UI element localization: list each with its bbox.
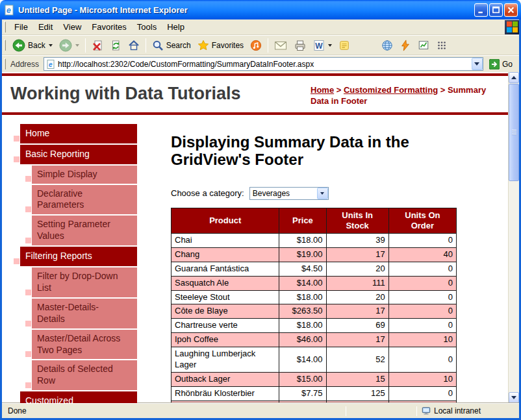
- breadcrumb-customized-formatting[interactable]: Customized Formatting: [344, 85, 438, 95]
- addon-globe-button[interactable]: [378, 38, 396, 53]
- sidebar-item-simple-display[interactable]: Simple Display: [32, 166, 137, 184]
- table-row: Guaraná Fantástica$4.50200: [172, 262, 457, 276]
- menu-favorites[interactable]: Favorites: [86, 20, 131, 34]
- cell-value: 111: [326, 276, 388, 290]
- cell-value: $263.50: [279, 304, 326, 319]
- close-icon: [507, 6, 515, 14]
- sidebar-item-customized-formatting[interactable]: Customized Formatting: [20, 391, 137, 403]
- addon-chart-button[interactable]: [414, 38, 433, 53]
- favorites-button[interactable]: Favorites: [194, 38, 247, 53]
- address-input[interactable]: e http://localhost:2302/Code/CustomForma…: [44, 57, 483, 71]
- minimize-icon: [477, 6, 485, 14]
- cell-product: Steeleye Stout: [172, 290, 279, 304]
- sidebar-item-details-of-selected-row[interactable]: Details of Selected Row: [32, 360, 137, 390]
- forward-icon: [59, 39, 72, 52]
- cell-value: 17: [326, 247, 388, 262]
- menubar-grip[interactable]: [4, 21, 6, 32]
- column-header-product: Product: [172, 208, 279, 234]
- table-row: Ipoh Coffee$46.001710: [172, 333, 457, 347]
- edit-button[interactable]: W: [310, 38, 335, 53]
- maximize-button[interactable]: [489, 3, 503, 17]
- back-dropdown-arrow: [49, 44, 53, 47]
- category-selected-value: Beverages: [253, 189, 317, 198]
- menu-view[interactable]: View: [58, 20, 86, 34]
- scroll-up-button[interactable]: [509, 72, 519, 83]
- favorites-star-icon: [197, 40, 209, 51]
- title-bar[interactable]: e Untitled Page - Microsoft Internet Exp…: [0, 0, 521, 19]
- menu-help[interactable]: Help: [162, 20, 190, 34]
- breadcrumb-home[interactable]: Home: [311, 85, 334, 95]
- back-button[interactable]: Back: [9, 38, 56, 53]
- sidebar-item-declarative-parameters[interactable]: Declarative Parameters: [32, 185, 137, 215]
- menu-file[interactable]: File: [9, 20, 33, 34]
- sidebar-item-home[interactable]: Home: [20, 124, 137, 143]
- table-row: Rhönbräu Klosterbier$7.751250: [172, 386, 457, 401]
- media-button[interactable]: [247, 38, 265, 53]
- category-label: Choose a category:: [171, 188, 244, 198]
- windows-logo-throbber: [505, 20, 519, 34]
- cell-value: 17: [326, 304, 388, 319]
- cell-product: Sasquatch Ale: [172, 276, 279, 290]
- mail-button[interactable]: [271, 38, 290, 53]
- cell-value: $46.00: [279, 333, 326, 347]
- site-title: Working with Data Tutorials: [10, 84, 241, 107]
- discuss-button[interactable]: [335, 38, 353, 53]
- forward-button[interactable]: [56, 38, 83, 53]
- addon-grid-button[interactable]: [433, 38, 451, 53]
- sidebar-item-basic-reporting[interactable]: Basic Reporting: [20, 145, 137, 164]
- cell-value: 40: [388, 247, 456, 262]
- menu-items: FileEditViewFavoritesToolsHelp: [9, 20, 190, 34]
- scroll-down-button[interactable]: [509, 392, 519, 403]
- go-button[interactable]: Go: [485, 58, 516, 70]
- sidebar-item-filtering-reports[interactable]: Filtering Reports: [20, 247, 137, 266]
- mail-icon: [274, 39, 287, 52]
- search-icon: [152, 40, 164, 51]
- table-row: Côte de Blaye$263.50170: [172, 304, 457, 319]
- window-title: Untitled Page - Microsoft Internet Explo…: [18, 5, 471, 15]
- sidebar-item-setting-parameter-values[interactable]: Setting Parameter Values: [32, 216, 137, 245]
- maximize-icon: [492, 6, 500, 14]
- home-button[interactable]: [125, 38, 143, 53]
- cell-value: $18.00: [279, 290, 326, 304]
- addon-lightning-button[interactable]: [396, 38, 414, 53]
- address-dropdown-button[interactable]: [472, 58, 483, 70]
- main-content: Displaying Summary Data in the GridView'…: [137, 124, 508, 403]
- table-row: Chai$18.00390: [172, 234, 457, 248]
- svg-text:W: W: [315, 41, 323, 50]
- scrollbar-thumb[interactable]: [509, 84, 519, 181]
- page-ie-icon: e: [46, 60, 55, 69]
- cell-value: 0: [388, 290, 456, 304]
- search-button[interactable]: Search: [149, 38, 194, 53]
- minimize-button[interactable]: [474, 3, 488, 17]
- products-table: ProductPriceUnits In StockUnits On Order…: [171, 208, 457, 404]
- table-row: Sasquatch Ale$14.001110: [172, 276, 457, 290]
- toolbar-grip[interactable]: [4, 40, 6, 51]
- menu-edit[interactable]: Edit: [33, 20, 58, 34]
- cell-value: 0: [388, 276, 456, 290]
- toolbar: Back: [2, 35, 519, 55]
- category-select[interactable]: Beverages: [249, 187, 329, 200]
- browser-window: e Untitled Page - Microsoft Internet Exp…: [0, 0, 521, 420]
- refresh-button[interactable]: [107, 38, 125, 53]
- cell-product: Côte de Blaye: [172, 304, 279, 319]
- select-arrow-button[interactable]: [317, 188, 328, 199]
- close-button[interactable]: [504, 3, 518, 17]
- sidebar-item-master-details-details[interactable]: Master-Details-Details: [32, 299, 137, 328]
- sidebar-item-master-detail-across-two-pages[interactable]: Master/Detail Across Two Pages: [32, 330, 137, 360]
- menu-bar: FileEditViewFavoritesToolsHelp: [2, 19, 519, 35]
- vertical-scrollbar[interactable]: [508, 72, 519, 403]
- stop-button[interactable]: [88, 38, 107, 53]
- go-label: Go: [502, 60, 513, 69]
- stop-icon: [92, 40, 103, 51]
- status-bar: Done Local intranet: [2, 403, 519, 418]
- print-button[interactable]: [290, 38, 310, 53]
- zone-label: Local intranet: [434, 406, 481, 415]
- favorites-label: Favorites: [212, 41, 244, 50]
- cell-value: $4.50: [279, 262, 326, 276]
- cell-value: 0: [388, 262, 456, 276]
- scrollbar-track[interactable]: [509, 83, 519, 392]
- menu-tools[interactable]: Tools: [132, 20, 162, 34]
- addressbar-grip[interactable]: [4, 58, 6, 69]
- cell-value: $14.00: [279, 347, 326, 373]
- sidebar-item-filter-by-drop-down-list[interactable]: Filter by Drop-Down List: [32, 267, 137, 297]
